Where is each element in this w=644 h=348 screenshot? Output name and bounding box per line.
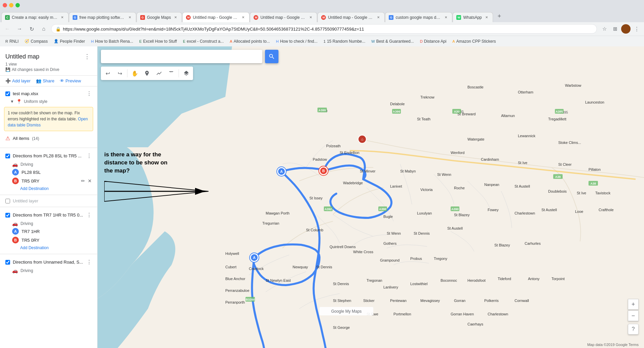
zoom-in-button[interactable]: +: [628, 299, 639, 310]
window-maximize-btn[interactable]: [15, 3, 20, 7]
bookmark-label-random: 15 Random Numbe...: [327, 39, 365, 44]
bookmark-how-to-check[interactable]: H How to check / find...: [273, 37, 320, 45]
tab-untitled-map-3[interactable]: M Untitled map - Google My... ✕: [317, 12, 385, 22]
svg-text:Google My Maps: Google My Maps: [331, 309, 362, 314]
tab-custom-google[interactable]: G custom google maps drivi... ✕: [385, 12, 452, 22]
undo-tool-button[interactable]: ↩: [102, 68, 113, 79]
toolbar-icons: ☆ ⊞ ⋮: [600, 24, 641, 34]
tab-close-free[interactable]: ✕: [127, 15, 132, 20]
preview-button[interactable]: 👁 Preview: [60, 78, 81, 83]
back-button[interactable]: ←: [3, 24, 12, 34]
tab-free-map[interactable]: G free map plotting software ✕: [69, 12, 136, 22]
tab-untitled-map-2[interactable]: M Untitled map - Google My... ✕: [250, 12, 317, 22]
tab-close-gmaps[interactable]: ✕: [173, 15, 178, 20]
measure-tool-button[interactable]: [166, 68, 177, 79]
bookmark-random-numbers[interactable]: 1 15 Random Numbe...: [321, 37, 368, 45]
bookmark-batch-rename[interactable]: H How to Batch Rena...: [88, 37, 136, 45]
window-close-btn[interactable]: [3, 3, 7, 7]
new-tab-button[interactable]: +: [495, 11, 504, 21]
sidebar-header: Untitled map ⋮ 1 view 💾 All changes save…: [0, 46, 97, 76]
window-controls: [3, 3, 20, 7]
tab-google-maps[interactable]: G Google Maps ✕: [137, 12, 182, 22]
bookmark-label-rnli: RNLI: [9, 39, 18, 44]
directions-1-menu-button[interactable]: ⋮: [86, 153, 92, 159]
address-box[interactable]: 🔒 https://www.google.com/maps/d/u/0/edit…: [51, 24, 597, 34]
bookmark-excell[interactable]: E Excell How to Stuff: [137, 37, 180, 45]
sidebar-menu-button[interactable]: ⋮: [82, 52, 92, 61]
svg-text:B: B: [322, 169, 325, 173]
directions-2-menu-button[interactable]: ⋮: [86, 212, 92, 218]
place-delabole: Delabole: [390, 102, 405, 106]
line-tool-button[interactable]: [154, 68, 164, 79]
bookmark-rnli[interactable]: R RNLI: [3, 37, 21, 45]
divider-1: [0, 148, 97, 148]
bookmark-allocated[interactable]: A Allocated points to...: [227, 37, 272, 45]
directions-3-menu-button[interactable]: ⋮: [86, 259, 92, 265]
waypoint-edit-icon-1b[interactable]: ✏: [81, 178, 85, 184]
forward-button[interactable]: →: [15, 24, 24, 34]
tab-whatsapp[interactable]: W WhatsApp ✕: [453, 12, 493, 22]
dismiss-link[interactable]: Dismiss: [27, 123, 41, 127]
place-crafthole: Crafthole: [599, 208, 614, 212]
svg-text:⌂: ⌂: [361, 137, 364, 141]
all-items-row[interactable]: ⚠ All items (14): [0, 133, 97, 144]
map-title: Untitled map: [5, 53, 39, 60]
map-search-button[interactable]: [265, 50, 278, 63]
zoom-out-button[interactable]: −: [628, 310, 639, 321]
hand-tool-button[interactable]: ✋: [129, 68, 140, 79]
bookmark-excel-construct[interactable]: E excel - Construct a...: [180, 37, 226, 45]
window-minimize-btn[interactable]: [9, 3, 13, 7]
share-button[interactable]: 👥 Share: [36, 78, 54, 83]
waypoint-text-1a: PL28 8SL: [22, 170, 92, 175]
tab-close-untitled2[interactable]: ✕: [308, 15, 313, 20]
waypoint-delete-icon-1b[interactable]: ✕: [88, 178, 92, 184]
layers-tool-button[interactable]: [181, 68, 192, 79]
refresh-button[interactable]: ↻: [27, 24, 36, 34]
tab-close-untitled3[interactable]: ✕: [376, 15, 381, 20]
bookmark-compass[interactable]: 🧭 Compass: [22, 37, 50, 45]
redo-tool-button[interactable]: ↪: [114, 68, 125, 79]
untitled-layer-checkbox[interactable]: [5, 199, 10, 203]
map-title-row: Untitled map ⋮: [5, 52, 92, 61]
apps-grid-icon[interactable]: ⊞: [610, 24, 620, 34]
bookmark-best-guaranteed[interactable]: W Best & Guaranteed...: [369, 37, 416, 45]
tab-title-untitled2: Untitled map - Google My...: [260, 15, 306, 20]
place-st-wenn: St Wenn: [437, 172, 451, 177]
tab-close-untitled1[interactable]: ✕: [240, 15, 246, 20]
tab-close-whatsapp[interactable]: ✕: [484, 15, 489, 20]
directions-2-checkbox[interactable]: [5, 213, 10, 218]
test-map-layer-header[interactable]: test map.xlsx ⋮: [5, 90, 92, 97]
directions-1-checkbox[interactable]: [5, 154, 10, 158]
tab-untitled-map-active[interactable]: M Untitled map - Google My... ✕: [182, 12, 250, 22]
bookmark-people-finder[interactable]: 👤 People Finder: [51, 37, 88, 45]
extensions-icon[interactable]: ⋮: [632, 24, 641, 34]
map-search-input[interactable]: [105, 54, 258, 59]
pin-tool-button[interactable]: [142, 68, 152, 79]
place-tregurrian: Tregurrian: [262, 221, 279, 225]
test-map-menu-button[interactable]: ⋮: [86, 90, 92, 97]
place-padstow-area: Padstow: [313, 157, 327, 161]
tab-close-custom[interactable]: ✕: [443, 15, 449, 20]
map-area[interactable]: ↩ ↪ ✋: [98, 46, 644, 348]
tab-close-create[interactable]: ✕: [60, 15, 65, 20]
bookmark-distance-api[interactable]: D Distance Api: [417, 37, 449, 45]
profile-avatar[interactable]: [621, 24, 631, 34]
transport-label-3: Driving: [21, 268, 33, 273]
tab-create-map[interactable]: C Create a map: easily map m... ✕: [1, 12, 69, 22]
add-destination-1-button[interactable]: Add Destination: [0, 185, 97, 192]
directions-1-name: Directions from PL28 8SL to TR5 ...: [13, 153, 84, 158]
add-destination-2-button[interactable]: Add Destination: [0, 244, 97, 251]
add-layer-button[interactable]: ➕ Add layer: [5, 78, 31, 83]
home-button[interactable]: ⌂: [39, 24, 48, 34]
test-map-name: test map.xlsx: [13, 91, 84, 96]
bookmark-star-icon[interactable]: ☆: [600, 24, 609, 34]
driving-icon-3: 🚗: [12, 268, 18, 273]
help-button[interactable]: ?: [628, 324, 639, 335]
bookmark-amazon[interactable]: A Amazon CPP Stickers: [450, 37, 498, 45]
place-quintrell-downs: Quintrell Downs: [330, 245, 356, 249]
directions-3-checkbox[interactable]: [5, 260, 10, 265]
uniform-style-row[interactable]: ▼ 📍 Uniform style: [0, 98, 97, 105]
place-looe: Looe: [575, 209, 583, 214]
collapse-arrow-icon: ▼: [10, 99, 14, 104]
test-map-checkbox[interactable]: [5, 91, 10, 96]
